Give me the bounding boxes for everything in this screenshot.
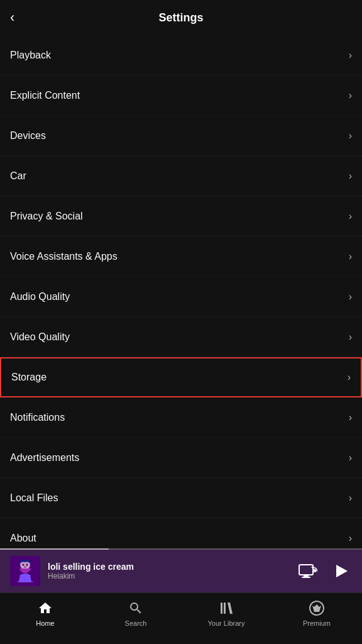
settings-item-video-quality[interactable]: Video Quality› (0, 317, 362, 357)
nav-label-search: Search (125, 619, 147, 627)
nav-label-premium: Premium (303, 619, 331, 627)
settings-label-advertisements: Advertisements (10, 452, 79, 464)
settings-label-storage: Storage (11, 372, 47, 383)
settings-item-notifications[interactable]: Notifications› (0, 397, 362, 438)
settings-label-about: About (10, 533, 36, 544)
play-button[interactable] (329, 560, 352, 582)
chevron-icon-local-files: › (349, 492, 352, 504)
settings-label-local-files: Local Files (10, 492, 58, 504)
settings-item-privacy-social[interactable]: Privacy & Social› (0, 196, 362, 236)
settings-item-voice-assistants-apps[interactable]: Voice Assistants & Apps› (0, 236, 362, 277)
nav-label-library: Your Library (208, 619, 245, 627)
settings-item-local-files[interactable]: Local Files› (0, 478, 362, 518)
settings-item-advertisements[interactable]: Advertisements› (0, 438, 362, 478)
home-icon (36, 599, 54, 617)
settings-header: ‹ Settings (0, 0, 362, 35)
now-playing-info: loli selling ice cream Heiakim (48, 562, 289, 580)
svg-rect-4 (299, 565, 313, 575)
chevron-icon-storage: › (348, 372, 351, 383)
settings-list: Playback›Explicit Content›Devices›Car›Pr… (0, 35, 362, 550)
settings-item-playback[interactable]: Playback› (0, 35, 362, 75)
search-icon (127, 599, 145, 617)
album-art (10, 556, 40, 586)
settings-label-audio-quality: Audio Quality (10, 291, 70, 303)
chevron-icon-video-quality: › (349, 331, 352, 343)
library-icon (217, 599, 235, 617)
nav-item-premium[interactable]: Premium (272, 599, 362, 627)
chevron-icon-devices: › (349, 130, 352, 142)
nav-label-home: Home (36, 619, 54, 627)
page-title: Settings (158, 11, 203, 25)
chevron-icon-privacy-social: › (349, 211, 352, 222)
now-playing-artist: Heiakim (48, 572, 289, 580)
settings-item-car[interactable]: Car› (0, 156, 362, 196)
svg-rect-6 (302, 577, 310, 578)
settings-label-devices: Devices (10, 130, 46, 142)
chevron-icon-about: › (349, 533, 352, 544)
now-playing-controls (297, 560, 352, 582)
settings-label-privacy-social: Privacy & Social (10, 211, 83, 222)
chevron-icon-playback: › (349, 50, 352, 61)
settings-item-about[interactable]: About› (0, 518, 362, 550)
chevron-icon-notifications: › (349, 412, 352, 423)
chevron-icon-advertisements: › (349, 452, 352, 464)
play-icon (336, 565, 348, 577)
now-playing-bar[interactable]: loli selling ice cream Heiakim (0, 550, 362, 592)
svg-point-2 (23, 564, 25, 566)
back-button[interactable]: ‹ (10, 9, 14, 26)
svg-rect-8 (221, 602, 222, 614)
chevron-icon-voice-assistants-apps: › (349, 251, 352, 262)
settings-label-voice-assistants-apps: Voice Assistants & Apps (10, 251, 118, 262)
nav-item-search[interactable]: Search (90, 599, 181, 627)
nav-item-home[interactable]: Home (0, 599, 90, 627)
settings-label-car: Car (10, 170, 26, 182)
settings-label-notifications: Notifications (10, 412, 65, 423)
svg-rect-9 (224, 602, 226, 614)
settings-item-explicit-content[interactable]: Explicit Content› (0, 75, 362, 116)
svg-rect-5 (304, 575, 309, 577)
now-playing-title: loli selling ice cream (48, 562, 289, 572)
settings-item-devices[interactable]: Devices› (0, 116, 362, 156)
chevron-icon-car: › (349, 170, 352, 182)
chevron-icon-audio-quality: › (349, 291, 352, 303)
settings-label-explicit-content: Explicit Content (10, 90, 80, 101)
settings-item-audio-quality[interactable]: Audio Quality› (0, 277, 362, 317)
nav-item-library[interactable]: Your Library (181, 599, 272, 627)
premium-icon (308, 599, 326, 617)
settings-item-storage[interactable]: Storage› (0, 357, 362, 397)
bottom-navigation: Home Search Your Library Premium (0, 592, 362, 644)
svg-point-3 (26, 564, 28, 566)
chevron-icon-explicit-content: › (349, 90, 352, 101)
settings-label-video-quality: Video Quality (10, 331, 70, 343)
settings-label-playback: Playback (10, 50, 51, 61)
connect-device-button[interactable] (297, 562, 319, 580)
